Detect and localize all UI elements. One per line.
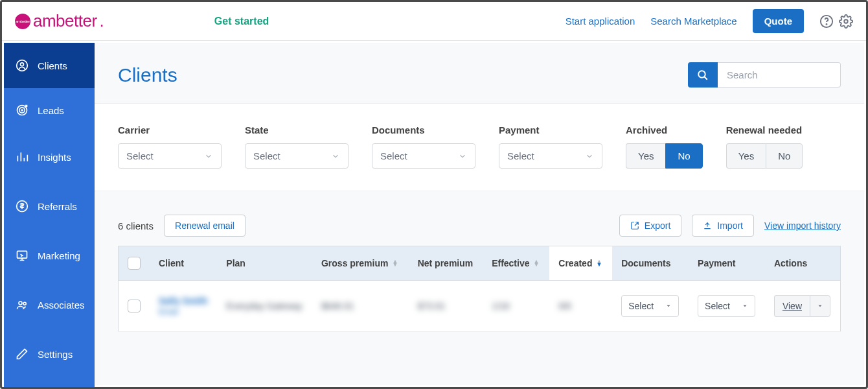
archived-yes-button[interactable]: Yes bbox=[626, 143, 665, 169]
search-button[interactable] bbox=[688, 62, 718, 88]
svg-point-7 bbox=[21, 110, 23, 111]
filter-state-value: Select bbox=[253, 150, 280, 161]
filter-carrier: Carrier Select bbox=[118, 124, 222, 169]
filter-payment-select[interactable]: Select bbox=[499, 143, 602, 169]
import-icon bbox=[703, 221, 712, 230]
filter-archived: Archived Yes No bbox=[626, 124, 703, 169]
sidebar-item-clients[interactable]: Clients bbox=[4, 43, 95, 88]
import-button[interactable]: Import bbox=[692, 215, 754, 237]
cell-created: 9/6 bbox=[558, 301, 571, 311]
caret-down-icon bbox=[742, 303, 748, 309]
col-client[interactable]: Client bbox=[150, 246, 217, 281]
archived-no-button[interactable]: No bbox=[665, 143, 702, 169]
filter-payment-value: Select bbox=[507, 150, 534, 161]
sidebar-label-insights: Insights bbox=[38, 152, 71, 163]
app-header: ambetter ambetter. Get started Start app… bbox=[2, 2, 866, 41]
sidebar-label-leads: Leads bbox=[38, 105, 64, 116]
sidebar-label-associates: Associates bbox=[38, 300, 85, 311]
quote-button[interactable]: Quote bbox=[753, 9, 804, 33]
bar-chart-icon bbox=[16, 150, 29, 163]
page-title: Clients bbox=[118, 64, 177, 86]
table-header-row: Client Plan Gross premium▲▼ Net premium … bbox=[119, 246, 841, 281]
cell-effective: 1/18 bbox=[492, 301, 509, 311]
renewal-email-button[interactable]: Renewal email bbox=[164, 215, 246, 237]
filter-documents-label: Documents bbox=[372, 124, 475, 136]
col-payment[interactable]: Payment bbox=[689, 246, 765, 281]
filter-renewal-label: Renewal needed bbox=[726, 124, 803, 136]
svg-point-1 bbox=[826, 24, 827, 25]
sidebar-label-clients: Clients bbox=[38, 60, 67, 71]
cell-gross: $646.91 bbox=[321, 301, 354, 311]
sidebar-item-referrals[interactable]: Referrals bbox=[4, 182, 95, 231]
col-gross[interactable]: Gross premium▲▼ bbox=[312, 246, 409, 281]
row-documents-value: Select bbox=[628, 301, 654, 311]
filter-documents-select[interactable]: Select bbox=[372, 143, 475, 169]
sidebar-label-marketing: Marketing bbox=[38, 250, 80, 261]
logo-circle-text: ambetter bbox=[16, 19, 30, 23]
filter-carrier-value: Select bbox=[126, 150, 154, 161]
help-icon[interactable] bbox=[819, 14, 834, 29]
filters-row: Carrier Select State Select Documents Se… bbox=[95, 104, 864, 191]
client-email[interactable]: Email bbox=[159, 307, 178, 316]
search-marketplace-link[interactable]: Search Marketplace bbox=[650, 16, 737, 27]
view-button[interactable]: View bbox=[774, 295, 810, 317]
col-actions[interactable]: Actions bbox=[765, 246, 841, 281]
export-button[interactable]: Export bbox=[619, 215, 681, 237]
sidebar: Clients Leads Insights Referrals Marketi… bbox=[4, 43, 95, 389]
col-plan[interactable]: Plan bbox=[217, 246, 312, 281]
row-checkbox[interactable] bbox=[128, 300, 141, 312]
start-application-link[interactable]: Start application bbox=[565, 16, 635, 27]
export-icon bbox=[630, 221, 639, 230]
brand-logo[interactable]: ambetter ambetter. bbox=[15, 11, 104, 31]
filter-carrier-select[interactable]: Select bbox=[118, 143, 222, 169]
col-documents[interactable]: Documents bbox=[612, 246, 689, 281]
view-import-history-link[interactable]: View import history bbox=[764, 220, 841, 231]
filter-renewal: Renewal needed Yes No bbox=[726, 124, 803, 169]
col-effective[interactable]: Effective▲▼ bbox=[483, 246, 549, 281]
sidebar-item-marketing[interactable]: Marketing bbox=[4, 231, 95, 280]
select-all-checkbox[interactable] bbox=[128, 257, 141, 270]
client-icon bbox=[16, 59, 29, 72]
target-icon bbox=[16, 104, 29, 117]
svg-point-11 bbox=[23, 302, 26, 305]
svg-point-12 bbox=[698, 71, 705, 78]
caret-down-icon bbox=[817, 303, 823, 309]
renewal-yes-button[interactable]: Yes bbox=[726, 143, 766, 169]
cell-net: $73.91 bbox=[418, 301, 446, 311]
renewal-no-button[interactable]: No bbox=[766, 143, 803, 169]
logo-circle-icon: ambetter bbox=[15, 14, 30, 29]
export-label: Export bbox=[645, 220, 670, 231]
filter-carrier-label: Carrier bbox=[118, 124, 222, 136]
main-content: Clients Carrier Select State Select Docu… bbox=[95, 43, 864, 385]
row-payment-select[interactable]: Select bbox=[698, 295, 755, 317]
col-created[interactable]: Created▲▼ bbox=[549, 246, 612, 281]
sidebar-item-settings[interactable]: Settings bbox=[4, 329, 95, 379]
dollar-icon bbox=[16, 200, 29, 213]
filter-documents: Documents Select bbox=[372, 124, 475, 169]
search-input[interactable] bbox=[718, 62, 841, 88]
row-payment-value: Select bbox=[705, 301, 730, 311]
filter-state-select[interactable]: Select bbox=[245, 143, 348, 169]
get-started-link[interactable]: Get started bbox=[214, 16, 269, 27]
sidebar-item-leads[interactable]: Leads bbox=[4, 88, 95, 132]
archived-toggle: Yes No bbox=[626, 143, 703, 169]
chevron-down-icon bbox=[204, 152, 213, 161]
gear-icon[interactable] bbox=[839, 14, 853, 29]
users-icon bbox=[16, 298, 29, 311]
filter-archived-label: Archived bbox=[626, 124, 703, 136]
svg-point-10 bbox=[19, 301, 22, 305]
col-net[interactable]: Net premium bbox=[409, 246, 483, 281]
client-name[interactable]: Sally Smith bbox=[159, 296, 208, 306]
view-caret-button[interactable] bbox=[810, 295, 830, 317]
svg-point-2 bbox=[844, 19, 848, 23]
sidebar-item-insights[interactable]: Insights bbox=[4, 132, 95, 182]
sort-icon: ▲▼ bbox=[392, 260, 398, 266]
filter-documents-value: Select bbox=[380, 150, 407, 161]
chevron-down-icon bbox=[331, 152, 340, 161]
row-documents-select[interactable]: Select bbox=[621, 295, 679, 317]
monitor-icon bbox=[16, 249, 29, 262]
caret-down-icon bbox=[665, 303, 672, 309]
sort-icon: ▲▼ bbox=[533, 260, 540, 266]
sidebar-item-associates[interactable]: Associates bbox=[4, 280, 95, 329]
filter-payment: Payment Select bbox=[499, 124, 602, 169]
